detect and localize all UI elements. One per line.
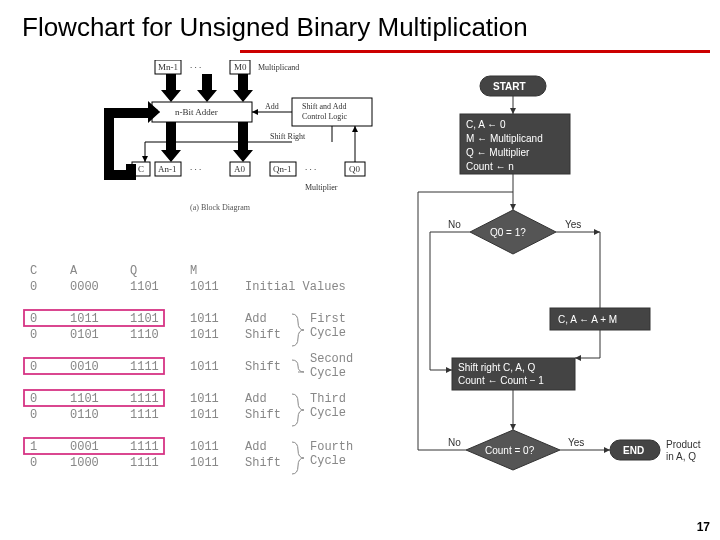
svg-text:1111: 1111 xyxy=(130,408,159,422)
svg-text:0: 0 xyxy=(30,456,37,470)
svg-text:0: 0 xyxy=(30,408,37,422)
svg-text:Add: Add xyxy=(245,440,267,454)
svg-text:0001: 0001 xyxy=(70,440,99,454)
svg-text:Second: Second xyxy=(310,352,353,366)
svg-text:No: No xyxy=(448,219,461,230)
svg-text:0: 0 xyxy=(30,360,37,374)
svg-text:Add: Add xyxy=(245,312,267,326)
svg-text:· · ·: · · · xyxy=(190,62,201,72)
svg-text:1101: 1101 xyxy=(70,392,99,406)
page-number: 17 xyxy=(697,520,710,534)
svg-text:Qn-1: Qn-1 xyxy=(273,164,292,174)
svg-text:1011: 1011 xyxy=(190,440,219,454)
svg-text:1011: 1011 xyxy=(190,392,219,406)
svg-text:Shift: Shift xyxy=(245,456,281,470)
svg-text:Shift: Shift xyxy=(245,328,281,342)
svg-rect-37 xyxy=(104,108,112,180)
svg-text:END: END xyxy=(623,445,644,456)
svg-text:A0: A0 xyxy=(234,164,245,174)
svg-text:M0: M0 xyxy=(234,62,247,72)
block-diagram: Mn-1 M0 · · · Multiplicand n-Bit Adder A… xyxy=(70,60,390,240)
svg-text:Cycle: Cycle xyxy=(310,406,346,420)
svg-text:Count = 0?: Count = 0? xyxy=(485,445,535,456)
svg-text:M: M xyxy=(190,264,197,278)
svg-text:1011: 1011 xyxy=(190,456,219,470)
svg-text:First: First xyxy=(310,312,346,326)
svg-rect-38 xyxy=(104,172,134,180)
svg-text:1000: 1000 xyxy=(70,456,99,470)
svg-text:Shift and Add: Shift and Add xyxy=(302,102,346,111)
svg-text:0101: 0101 xyxy=(70,328,99,342)
svg-text:Q ← Multiplier: Q ← Multiplier xyxy=(466,147,530,158)
svg-text:1111: 1111 xyxy=(130,440,159,454)
trace-table: C A Q M 0000011011011Initial Values 0101… xyxy=(10,260,410,530)
svg-text:Shift: Shift xyxy=(245,408,281,422)
svg-text:0: 0 xyxy=(30,328,37,342)
svg-text:n-Bit Adder: n-Bit Adder xyxy=(175,107,218,117)
svg-text:Shift: Shift xyxy=(245,360,281,374)
svg-text:A: A xyxy=(70,264,78,278)
svg-text:No: No xyxy=(448,437,461,448)
svg-text:· · ·: · · · xyxy=(305,164,316,174)
svg-text:Initial Values: Initial Values xyxy=(245,280,346,294)
svg-text:Yes: Yes xyxy=(568,437,584,448)
svg-marker-6 xyxy=(161,74,181,102)
svg-text:1111: 1111 xyxy=(130,360,159,374)
svg-text:1101: 1101 xyxy=(130,280,159,294)
svg-text:Multiplicand: Multiplicand xyxy=(258,63,299,72)
svg-text:Yes: Yes xyxy=(565,219,581,230)
svg-text:Count ← n: Count ← n xyxy=(466,161,514,172)
svg-text:Control Logic: Control Logic xyxy=(302,112,348,121)
svg-text:Cycle: Cycle xyxy=(310,326,346,340)
svg-text:An-1: An-1 xyxy=(158,164,177,174)
svg-text:1011: 1011 xyxy=(70,312,99,326)
title-underline xyxy=(240,50,710,53)
svg-text:1: 1 xyxy=(30,440,37,454)
svg-text:1011: 1011 xyxy=(190,280,219,294)
svg-text:0: 0 xyxy=(30,312,37,326)
svg-text:(a) Block Diagram: (a) Block Diagram xyxy=(190,203,251,212)
svg-text:0000: 0000 xyxy=(70,280,99,294)
svg-text:C, A ← 0: C, A ← 0 xyxy=(466,119,506,130)
svg-text:1011: 1011 xyxy=(190,312,219,326)
svg-text:0010: 0010 xyxy=(70,360,99,374)
svg-text:Cycle: Cycle xyxy=(310,366,346,380)
svg-text:Shift right C, A, Q: Shift right C, A, Q xyxy=(458,362,535,373)
svg-text:C: C xyxy=(138,164,144,174)
svg-text:M ← Multiplicand: M ← Multiplicand xyxy=(466,133,543,144)
svg-text:Multiplier: Multiplier xyxy=(305,183,338,192)
svg-text:Mn-1: Mn-1 xyxy=(158,62,178,72)
svg-text:Add: Add xyxy=(265,102,279,111)
svg-text:Cycle: Cycle xyxy=(310,454,346,468)
svg-text:1111: 1111 xyxy=(130,392,159,406)
svg-marker-39 xyxy=(104,108,152,116)
svg-marker-7 xyxy=(197,74,217,102)
svg-text:1011: 1011 xyxy=(190,360,219,374)
flowchart: START C, A ← 0 M ← Multiplicand Q ← Mult… xyxy=(410,70,710,530)
svg-text:1110: 1110 xyxy=(130,328,159,342)
svg-text:C: C xyxy=(30,264,37,278)
svg-text:Q: Q xyxy=(130,264,137,278)
svg-text:Q0: Q0 xyxy=(349,164,360,174)
svg-text:1011: 1011 xyxy=(190,408,219,422)
svg-text:Shift Right: Shift Right xyxy=(270,132,306,141)
svg-text:0110: 0110 xyxy=(70,408,99,422)
svg-text:Add: Add xyxy=(245,392,267,406)
svg-text:Q0 = 1?: Q0 = 1? xyxy=(490,227,526,238)
svg-text:Fourth: Fourth xyxy=(310,440,353,454)
svg-marker-8 xyxy=(233,74,253,102)
svg-text:Product: Product xyxy=(666,439,701,450)
svg-text:C, A ← A + M: C, A ← A + M xyxy=(558,314,617,325)
svg-text:1011: 1011 xyxy=(190,328,219,342)
svg-text:· · ·: · · · xyxy=(190,164,201,174)
svg-text:Third: Third xyxy=(310,392,346,406)
svg-text:1101: 1101 xyxy=(130,312,159,326)
svg-text:1111: 1111 xyxy=(130,456,159,470)
svg-text:Count ← Count − 1: Count ← Count − 1 xyxy=(458,375,544,386)
slide-title: Flowchart for Unsigned Binary Multiplica… xyxy=(22,12,528,43)
svg-text:0: 0 xyxy=(30,392,37,406)
svg-text:0: 0 xyxy=(30,280,37,294)
svg-text:START: START xyxy=(493,81,526,92)
svg-text:in A, Q: in A, Q xyxy=(666,451,696,462)
